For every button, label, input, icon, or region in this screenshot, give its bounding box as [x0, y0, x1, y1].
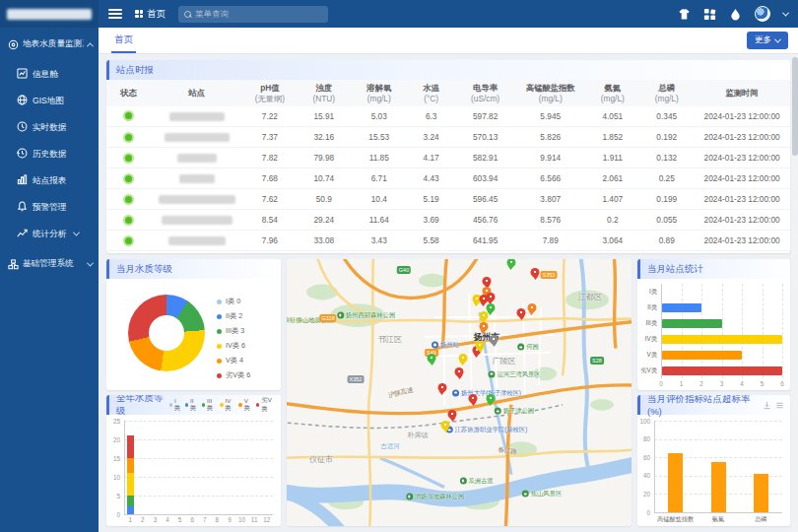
gridline [763, 284, 764, 378]
stacked-bar-segment [127, 506, 134, 514]
legend-item[interactable]: 劣V类 6 [217, 370, 250, 380]
gridline [701, 284, 702, 378]
legend-item[interactable]: III类 [202, 397, 217, 413]
tab-home[interactable]: 首页 [111, 28, 136, 53]
sidebar-item[interactable]: GIS地图 [0, 88, 99, 114]
map-pin[interactable] [428, 354, 436, 368]
y-axis-tick: 0 [637, 509, 650, 516]
x-axis-tick: 6 [186, 516, 199, 523]
legend-color-dot [217, 344, 222, 349]
legend-item[interactable]: III类 3 [217, 326, 250, 336]
map-pin[interactable] [437, 383, 446, 398]
map-pin[interactable] [506, 259, 515, 273]
sidebar-item[interactable]: 统计分析 [0, 221, 99, 247]
legend-item[interactable]: IV类 6 [217, 341, 250, 351]
globe-icon [17, 95, 28, 107]
station-name-blurred [165, 133, 230, 142]
legend-item[interactable]: V类 [238, 397, 252, 413]
legend-item[interactable]: II类 [185, 397, 198, 413]
toolbox-data-view-icon[interactable] [775, 401, 784, 410]
table-header-row: 状态 站点 pH值 [106, 80, 790, 106]
y-axis-tick: 80 [637, 435, 650, 442]
search-input[interactable] [195, 9, 322, 19]
map-pin[interactable] [490, 335, 499, 350]
gridline [124, 439, 273, 440]
map-label: 扬州西部森林公园 [337, 310, 395, 319]
table-row[interactable]: 7.22 15.91 5.03 6.3 597.82 5.945 4.051 0… [106, 106, 790, 127]
page-scrollbar[interactable] [791, 54, 798, 532]
analytics-icon [17, 228, 28, 240]
station-name-blurred [168, 236, 226, 245]
sidebar-item-label: 站点报表 [33, 175, 66, 187]
chevron-down-icon[interactable] [782, 9, 789, 16]
map-pin[interactable] [479, 322, 488, 337]
history-icon [17, 148, 28, 161]
x-axis-category: 总磷 [740, 515, 782, 524]
table-row[interactable]: 7.82 79.98 11.85 4.17 582.91 9.914 1.911… [106, 148, 790, 168]
more-button[interactable]: 更多 [747, 32, 788, 49]
sidebar-group-surface-water-system[interactable]: 地表水质量监测系统 [0, 28, 99, 61]
map-label: 运河三湾风景区 [488, 369, 540, 378]
table-row[interactable]: 7.96 33.08 3.43 5.58 641.95 7.89 3.064 0… [106, 231, 790, 251]
road-shield-icon: S353 [541, 271, 558, 279]
layout-icon[interactable] [703, 8, 716, 21]
y-axis-tick: 25 [106, 418, 120, 425]
legend-item[interactable]: I类 0 [217, 297, 250, 306]
sidebar-item[interactable]: 站点报表 [0, 167, 99, 194]
sidebar-item[interactable]: 信息舱 [0, 61, 99, 88]
map-pin[interactable] [527, 303, 536, 318]
table-row[interactable]: 7.68 10.74 6.71 4.43 603.94 6.566 2.061 … [106, 168, 790, 189]
x-axis-tick: 0 [656, 380, 666, 387]
map-pin[interactable] [476, 341, 485, 356]
legend-label: III类 3 [226, 326, 244, 336]
sidebar-item[interactable]: 预警管理 [0, 194, 99, 221]
station-name-blurred [159, 195, 235, 204]
system-target-icon [8, 39, 19, 50]
legend-item[interactable]: II类 2 [217, 311, 250, 321]
hbar [662, 351, 742, 360]
x-axis-category: 氨氮 [697, 515, 739, 524]
theme-shirt-icon[interactable] [678, 8, 691, 21]
map-pin[interactable] [531, 268, 540, 283]
place-poi-icon [452, 389, 459, 396]
user-avatar[interactable] [755, 6, 770, 22]
collapse-menu-icon[interactable] [108, 9, 122, 19]
sidebar-group-label: 基础管理系统 [23, 258, 84, 270]
sidebar-item[interactable]: 实时数据 [0, 114, 99, 141]
stacked-bar-segment [127, 473, 134, 496]
legend-item[interactable]: I类 [169, 397, 181, 413]
sidebar-item-label: 信息舱 [33, 69, 58, 81]
map-label: 江苏旅游职业学院(新校区) [446, 426, 527, 434]
station-map[interactable]: 扬州市江都区邗江区广陵区仪征市沪陕高速春江路古运河朴席镇扬州西部森林公园仪征捺山… [287, 259, 632, 526]
park-poi-icon [517, 344, 524, 351]
x-axis-tick: 2 [137, 516, 150, 523]
sidebar-item[interactable]: 历史数据 [0, 141, 99, 167]
toolbox-save-image-icon[interactable] [763, 401, 771, 410]
table-row[interactable]: 8.54 29.24 11.64 3.69 456.76 8.576 0.2 0… [106, 210, 790, 231]
legend-item[interactable]: V类 4 [217, 356, 250, 366]
legend-item[interactable]: 劣V类 [256, 396, 275, 414]
map-pin[interactable] [455, 367, 464, 382]
legend-color-dot [217, 329, 222, 334]
chevron-up-icon [87, 42, 94, 49]
scrollbar-thumb[interactable] [792, 57, 798, 156]
breadcrumb[interactable]: 首页 [135, 8, 166, 21]
table-row[interactable]: 7.37 32.16 15.53 3.24 570.13 5.826 1.852… [106, 127, 790, 148]
vbar [754, 474, 768, 512]
legend-item[interactable]: IV类 [220, 397, 234, 413]
legend-label: IV类 6 [226, 341, 245, 351]
gridline [682, 284, 683, 378]
map-pin[interactable] [486, 394, 495, 409]
map-pin[interactable] [441, 421, 450, 435]
menu-search[interactable] [178, 6, 328, 23]
table-row[interactable]: 7.62 50.9 10.4 5.19 596.45 3.807 1.407 0… [106, 189, 790, 210]
tab-bar: 首页 更多 [99, 28, 798, 54]
map-label: 扬子津公园 [495, 407, 534, 416]
dashboard-content: 站点时报 状态 [99, 54, 798, 532]
water-drop-icon[interactable] [729, 8, 742, 21]
sidebar-group-base-system[interactable]: 基础管理系统 [0, 247, 99, 281]
map-label: 润扬湿地森林公园 [406, 493, 464, 501]
map-pin[interactable] [517, 308, 526, 323]
map-pin[interactable] [469, 394, 478, 409]
x-axis-tick: 11 [248, 516, 261, 523]
